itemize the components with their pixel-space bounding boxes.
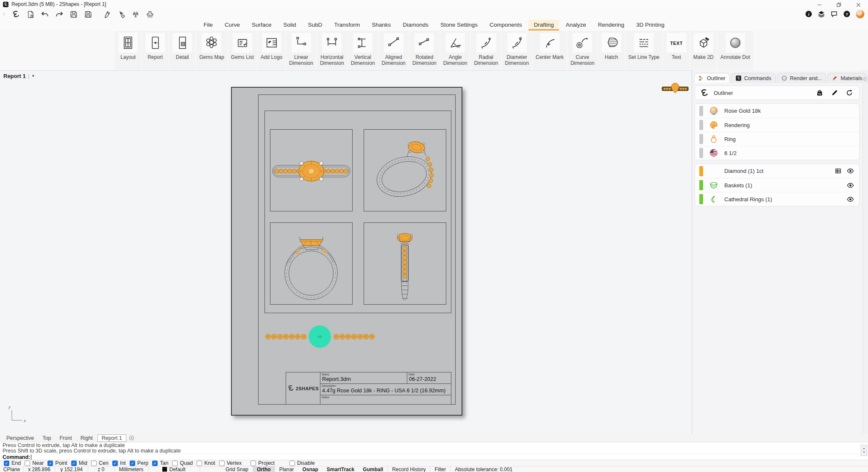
checkbox-vertex[interactable] <box>219 461 225 466</box>
toggle-absolute-tolerance-0-001[interactable]: Absolute tolerance: 0.001 <box>450 466 517 472</box>
menu-curve[interactable]: Curve <box>220 19 245 31</box>
clamp-tool-icon[interactable] <box>131 10 140 19</box>
ribbon-aligned-dimension[interactable]: Aligned Dimension <box>378 31 409 70</box>
checkbox-perp[interactable]: ✓ <box>130 461 135 466</box>
osnap-near[interactable]: Near <box>25 460 44 466</box>
panel-tab-render-and[interactable]: Render and... <box>777 73 826 83</box>
panel-scrollbar[interactable] <box>862 70 868 434</box>
save-icon[interactable] <box>70 10 78 19</box>
close-button[interactable] <box>849 0 868 9</box>
status-millimeters[interactable]: Millimeters <box>114 466 148 472</box>
toggle-filter[interactable]: Filter <box>430 466 450 472</box>
ribbon-make-2d[interactable]: Make 2D <box>690 31 717 70</box>
ribbon-gems-list[interactable]: Gems List <box>228 31 257 70</box>
osnap-point[interactable]: ✓Point <box>47 460 67 466</box>
viewport-tab-top[interactable]: Top <box>39 435 55 441</box>
ribbon-report[interactable]: Report <box>142 31 168 70</box>
checkbox-disable[interactable] <box>289 461 295 466</box>
outliner-row-baskets-1[interactable]: Baskets (1) <box>695 178 859 192</box>
menu-transform[interactable]: Transform <box>329 19 365 31</box>
status-cplane[interactable]: CPlane <box>0 466 24 472</box>
checkbox-near[interactable] <box>25 461 30 466</box>
undo-icon[interactable] <box>41 10 49 19</box>
report-viewport[interactable]: Report 1 | ▼ <box>0 70 692 434</box>
menu-drafting[interactable]: Drafting <box>529 19 559 31</box>
restore-button[interactable] <box>829 0 849 9</box>
outliner-row-6-1-2[interactable]: 6 1/2 <box>695 146 859 160</box>
osnap-int[interactable]: ✓Int <box>112 460 126 466</box>
weight-kg-icon[interactable]: Kg <box>816 89 823 97</box>
hand-gear-icon[interactable] <box>117 10 125 19</box>
ribbon-diameter-dimension[interactable]: ØDiameter Dimension <box>502 31 532 70</box>
toggle-gumball[interactable]: Gumball <box>359 466 387 472</box>
menu-analyze[interactable]: Analyze <box>561 19 591 31</box>
menu-file[interactable]: File <box>198 19 218 31</box>
osnap-vertex[interactable]: Vertex <box>219 460 242 466</box>
toggle-record-history[interactable]: Record History <box>387 466 430 472</box>
menu-surface[interactable]: Surface <box>247 19 277 31</box>
checkbox-cen[interactable] <box>91 461 97 466</box>
pencil-icon[interactable] <box>831 89 838 97</box>
viewport-title[interactable]: Report 1 | ▼ <box>3 73 35 79</box>
osnap-quad[interactable]: Quad <box>172 460 193 466</box>
panel-gear-icon[interactable]: ⚙ <box>862 76 867 82</box>
ribbon-hatch[interactable]: Hatch <box>598 31 625 70</box>
panel-tab-outliner[interactable]: Outliner <box>694 73 730 83</box>
add-viewport-icon[interactable] <box>129 435 134 441</box>
viewport-tab-right[interactable]: Right <box>77 435 97 441</box>
menu-components[interactable]: Components <box>484 19 527 31</box>
viewport-tab-report-1[interactable]: Report 1 <box>97 434 126 442</box>
viewport-tab-front[interactable]: Front <box>56 435 75 441</box>
view-right[interactable] <box>364 222 446 305</box>
ribbon-center-mark[interactable]: Center Mark <box>533 31 567 70</box>
outliner-row-rendering[interactable]: Rendering <box>695 118 859 132</box>
view-top[interactable] <box>270 129 353 211</box>
menu-solid[interactable]: Solid <box>278 19 301 31</box>
ribbon-radial-dimension[interactable]: RRadial Dimension <box>471 31 501 70</box>
eye-icon[interactable] <box>847 196 854 203</box>
osnap-disable[interactable]: Disable <box>289 460 315 466</box>
outliner-row-cathedral-rings-1[interactable]: Cathedral Rings (1) <box>695 192 859 206</box>
panel-tab-commands[interactable]: Commands <box>731 73 776 83</box>
osnap-tan[interactable]: ✓Tan <box>152 460 168 466</box>
toggle-grid-snap[interactable]: Grid Snap <box>221 466 253 472</box>
checkbox-project[interactable] <box>250 461 256 466</box>
menu-subd[interactable]: SubD <box>303 19 327 31</box>
toggle-smarttrack[interactable]: SmartTrack <box>323 466 359 472</box>
ribbon-curve-dimension[interactable]: Curve Dimension <box>568 31 598 70</box>
outliner-row-diamond-1-1ct[interactable]: Diamond (1) 1ct <box>695 164 859 178</box>
save-plus-icon[interactable] <box>84 10 92 19</box>
menu-3d-printing[interactable]: 3D Printing <box>631 19 670 31</box>
menu-rendering[interactable]: Rendering <box>593 19 629 31</box>
checkbox-quad[interactable] <box>172 461 178 466</box>
ribbon-add-logo[interactable]: Add Logo <box>258 31 285 70</box>
menu-shanks[interactable]: Shanks <box>367 19 396 31</box>
ribbon-linear-dimension[interactable]: Linear Dimension <box>286 31 316 70</box>
grid-icon[interactable] <box>835 167 842 175</box>
ribbon-gems-map[interactable]: Gems Map <box>196 31 227 70</box>
command-prompt[interactable]: Command: <box>0 454 868 460</box>
checkbox-end[interactable]: ✓ <box>4 461 9 466</box>
eye-icon[interactable] <box>847 167 854 175</box>
toggle-planar[interactable]: Planar <box>275 466 298 472</box>
help-icon[interactable]: ? <box>843 10 851 18</box>
page-clock-icon[interactable] <box>26 10 35 19</box>
viewport-tab-perspective[interactable]: Perspective <box>3 435 38 441</box>
osnap-project[interactable]: Project <box>250 460 275 466</box>
info-icon[interactable]: i <box>805 10 812 18</box>
osnap-cen[interactable]: Cen <box>91 460 108 466</box>
ribbon-vertical-dimension[interactable]: Vertical Dimension <box>348 31 378 70</box>
ribbon-horizontal-dimension[interactable]: Horizontal Dimension <box>317 31 347 70</box>
layers-icon[interactable] <box>818 10 825 18</box>
redo-icon[interactable] <box>55 10 64 19</box>
app-swoosh-icon[interactable] <box>12 10 20 19</box>
osnap-knot[interactable]: Knot <box>197 460 215 466</box>
menu-stone-settings[interactable]: Stone Settings <box>435 19 483 31</box>
toggle-osnap[interactable]: Osnap <box>298 466 322 472</box>
status-z-0[interactable]: z 0 <box>88 466 114 472</box>
ribbon-layout[interactable]: Layout <box>115 31 141 70</box>
refresh-icon[interactable] <box>846 89 853 97</box>
ribbon-rotated-dimension[interactable]: Rotated Dimension <box>409 31 440 70</box>
pen-tool-icon[interactable] <box>103 10 111 19</box>
ribbon-annotate-dot[interactable]: Annotate Dot <box>718 31 753 70</box>
